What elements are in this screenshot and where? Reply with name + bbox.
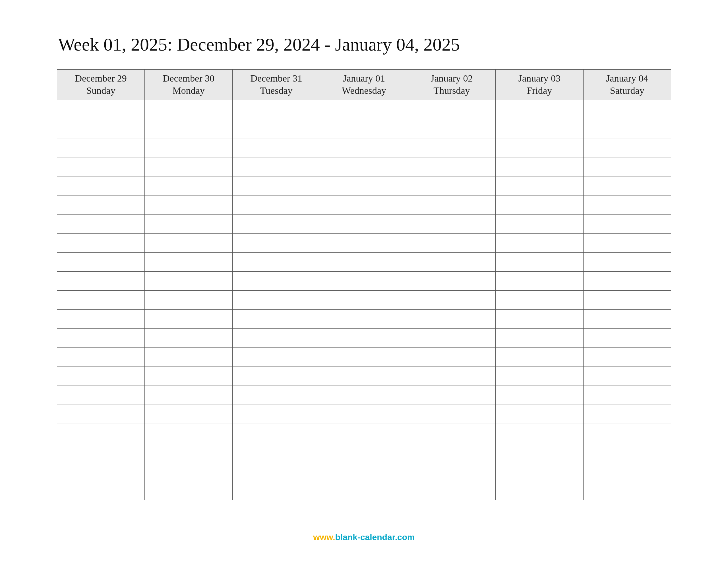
calendar-cell[interactable] bbox=[583, 253, 671, 272]
calendar-cell[interactable] bbox=[408, 329, 495, 348]
calendar-cell[interactable] bbox=[232, 367, 320, 386]
calendar-cell[interactable] bbox=[583, 481, 671, 500]
calendar-cell[interactable] bbox=[57, 157, 145, 177]
calendar-cell[interactable] bbox=[145, 405, 232, 424]
calendar-cell[interactable] bbox=[583, 462, 671, 481]
calendar-cell[interactable] bbox=[408, 405, 495, 424]
calendar-cell[interactable] bbox=[145, 348, 232, 367]
calendar-cell[interactable] bbox=[320, 386, 408, 405]
calendar-cell[interactable] bbox=[408, 234, 495, 253]
calendar-cell[interactable] bbox=[232, 272, 320, 290]
calendar-cell[interactable] bbox=[232, 386, 320, 405]
calendar-cell[interactable] bbox=[320, 443, 408, 462]
calendar-cell[interactable] bbox=[232, 462, 320, 481]
calendar-cell[interactable] bbox=[145, 310, 232, 329]
calendar-cell[interactable] bbox=[57, 100, 145, 119]
calendar-cell[interactable] bbox=[408, 157, 495, 177]
calendar-cell[interactable] bbox=[145, 177, 232, 196]
calendar-cell[interactable] bbox=[57, 119, 145, 138]
calendar-cell[interactable] bbox=[232, 481, 320, 500]
calendar-cell[interactable] bbox=[145, 138, 232, 157]
calendar-cell[interactable] bbox=[57, 290, 145, 310]
calendar-cell[interactable] bbox=[408, 290, 495, 310]
calendar-cell[interactable] bbox=[145, 272, 232, 290]
calendar-cell[interactable] bbox=[232, 424, 320, 443]
calendar-cell[interactable] bbox=[496, 177, 583, 196]
calendar-cell[interactable] bbox=[583, 424, 671, 443]
calendar-cell[interactable] bbox=[232, 290, 320, 310]
calendar-cell[interactable] bbox=[583, 405, 671, 424]
calendar-cell[interactable] bbox=[232, 348, 320, 367]
calendar-cell[interactable] bbox=[57, 462, 145, 481]
calendar-cell[interactable] bbox=[232, 234, 320, 253]
calendar-cell[interactable] bbox=[57, 196, 145, 215]
calendar-cell[interactable] bbox=[583, 348, 671, 367]
calendar-cell[interactable] bbox=[145, 367, 232, 386]
calendar-cell[interactable] bbox=[320, 196, 408, 215]
calendar-cell[interactable] bbox=[496, 138, 583, 157]
calendar-cell[interactable] bbox=[320, 119, 408, 138]
calendar-cell[interactable] bbox=[145, 462, 232, 481]
calendar-cell[interactable] bbox=[320, 290, 408, 310]
calendar-cell[interactable] bbox=[145, 424, 232, 443]
calendar-cell[interactable] bbox=[496, 119, 583, 138]
calendar-cell[interactable] bbox=[320, 177, 408, 196]
calendar-cell[interactable] bbox=[408, 138, 495, 157]
calendar-cell[interactable] bbox=[583, 157, 671, 177]
calendar-cell[interactable] bbox=[145, 386, 232, 405]
calendar-cell[interactable] bbox=[408, 119, 495, 138]
calendar-cell[interactable] bbox=[496, 481, 583, 500]
calendar-cell[interactable] bbox=[320, 272, 408, 290]
calendar-cell[interactable] bbox=[496, 424, 583, 443]
calendar-cell[interactable] bbox=[232, 329, 320, 348]
calendar-cell[interactable] bbox=[57, 234, 145, 253]
calendar-cell[interactable] bbox=[408, 367, 495, 386]
calendar-cell[interactable] bbox=[496, 367, 583, 386]
calendar-cell[interactable] bbox=[320, 100, 408, 119]
calendar-cell[interactable] bbox=[145, 253, 232, 272]
calendar-cell[interactable] bbox=[408, 272, 495, 290]
calendar-cell[interactable] bbox=[408, 424, 495, 443]
calendar-cell[interactable] bbox=[496, 290, 583, 310]
calendar-cell[interactable] bbox=[583, 367, 671, 386]
calendar-cell[interactable] bbox=[408, 310, 495, 329]
calendar-cell[interactable] bbox=[320, 367, 408, 386]
calendar-cell[interactable] bbox=[408, 481, 495, 500]
calendar-cell[interactable] bbox=[320, 462, 408, 481]
calendar-cell[interactable] bbox=[583, 329, 671, 348]
calendar-cell[interactable] bbox=[57, 367, 145, 386]
calendar-cell[interactable] bbox=[496, 196, 583, 215]
calendar-cell[interactable] bbox=[408, 462, 495, 481]
calendar-cell[interactable] bbox=[583, 215, 671, 234]
calendar-cell[interactable] bbox=[57, 177, 145, 196]
calendar-cell[interactable] bbox=[496, 386, 583, 405]
calendar-cell[interactable] bbox=[232, 177, 320, 196]
calendar-cell[interactable] bbox=[232, 405, 320, 424]
calendar-cell[interactable] bbox=[496, 253, 583, 272]
calendar-cell[interactable] bbox=[145, 157, 232, 177]
calendar-cell[interactable] bbox=[496, 348, 583, 367]
calendar-cell[interactable] bbox=[583, 272, 671, 290]
calendar-cell[interactable] bbox=[583, 196, 671, 215]
calendar-cell[interactable] bbox=[232, 196, 320, 215]
calendar-cell[interactable] bbox=[583, 100, 671, 119]
calendar-cell[interactable] bbox=[496, 462, 583, 481]
calendar-cell[interactable] bbox=[232, 138, 320, 157]
calendar-cell[interactable] bbox=[57, 443, 145, 462]
calendar-cell[interactable] bbox=[320, 424, 408, 443]
calendar-cell[interactable] bbox=[320, 405, 408, 424]
calendar-cell[interactable] bbox=[320, 329, 408, 348]
calendar-cell[interactable] bbox=[57, 329, 145, 348]
calendar-cell[interactable] bbox=[496, 329, 583, 348]
calendar-cell[interactable] bbox=[145, 100, 232, 119]
calendar-cell[interactable] bbox=[232, 310, 320, 329]
calendar-cell[interactable] bbox=[232, 100, 320, 119]
calendar-cell[interactable] bbox=[145, 215, 232, 234]
calendar-cell[interactable] bbox=[57, 272, 145, 290]
calendar-cell[interactable] bbox=[408, 177, 495, 196]
calendar-cell[interactable] bbox=[408, 100, 495, 119]
calendar-cell[interactable] bbox=[583, 138, 671, 157]
calendar-cell[interactable] bbox=[320, 138, 408, 157]
calendar-cell[interactable] bbox=[408, 348, 495, 367]
calendar-cell[interactable] bbox=[145, 290, 232, 310]
